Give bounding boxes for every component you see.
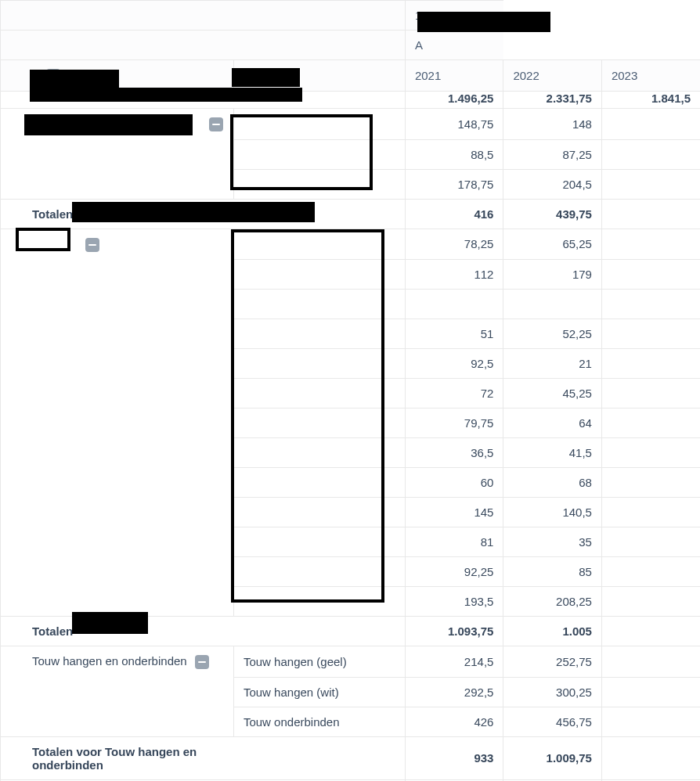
g3-r2-2022: 300,25 (503, 677, 602, 707)
g1-r2-2021: 88,5 (405, 139, 503, 169)
collapse-icon[interactable] (209, 117, 223, 131)
g2-total-label2 (233, 617, 405, 646)
g3-r3-2021: 426 (405, 707, 503, 736)
g3-sp (1, 677, 234, 707)
g2-sp (1, 349, 234, 379)
g2-total-2023 (601, 617, 700, 646)
g1-total-prefix: Totalen (32, 207, 73, 221)
g3-r2-2023 (601, 677, 700, 707)
g2-r11-2021: 81 (405, 527, 503, 557)
header-level2-value: A (415, 38, 423, 52)
g2-total-2022: 1.005 (503, 617, 602, 646)
g3-r1-2021: 214,5 (405, 646, 503, 678)
g2-r3-2021 (405, 290, 503, 319)
g3-sp2 (1, 707, 234, 736)
g1-total-2022: 439,75 (503, 199, 602, 229)
g2-r7-2023 (601, 408, 700, 438)
header-year-2022[interactable]: 2022 (503, 60, 602, 92)
g2-r1-2022: 65,25 (503, 229, 602, 260)
cut-row-2021: 1.496,25 (405, 92, 503, 109)
collapse-icon[interactable] (195, 655, 209, 669)
g2-r9-2022: 68 (503, 468, 602, 498)
g2-r9-2021: 60 (405, 468, 503, 498)
g2-sp (1, 557, 234, 587)
g1-r3-2022: 204,5 (503, 169, 602, 199)
g2-r1-2021: 78,25 (405, 229, 503, 260)
g1-r3-2023 (601, 169, 700, 199)
g2-sp (1, 260, 234, 290)
header-blank-1 (1, 1, 234, 31)
g1-r1-2022: 148 (503, 109, 602, 140)
g1-spacer2 (1, 169, 234, 199)
g3-total-label: Totalen voor Touw hangen en onderbinden (1, 736, 234, 779)
g2-sp (1, 408, 234, 438)
g1-r1-2023 (601, 109, 700, 140)
g3-r1-label: Touw hangen (geel) (233, 646, 405, 678)
cut-row-2023: 1.841,5 (601, 92, 700, 109)
g3-total-label2 (233, 736, 405, 779)
g3-total-2021: 933 (405, 736, 503, 779)
header-blank-3 (1, 31, 234, 60)
g2-r13-2023 (601, 587, 700, 617)
g2-r13-2021: 193,5 (405, 587, 503, 617)
g2-r2-2023 (601, 260, 700, 290)
g2-r2-2022: 179 (503, 260, 602, 290)
g2-total-2021: 1.093,75 (405, 617, 503, 646)
g2-sp (1, 290, 234, 319)
g2-r2-2021: 112 (405, 260, 503, 290)
cut-row-2022: 2.331,75 (503, 92, 602, 109)
g2-r3-2023 (601, 290, 700, 319)
g3-r3-label: Touw onderbinden (233, 707, 405, 736)
g3-r3-2023 (601, 707, 700, 736)
g2-sp (1, 379, 234, 408)
g2-r7-2022: 64 (503, 408, 602, 438)
g1-total-2023 (601, 199, 700, 229)
g3-label-text: Touw hangen en onderbinden (32, 654, 187, 668)
collapse-icon[interactable] (85, 238, 99, 252)
g2-r10-2021: 145 (405, 498, 503, 527)
g2-r6-2021: 72 (405, 379, 503, 408)
g2-r7-2021: 79,75 (405, 408, 503, 438)
g2-r13-2022: 208,25 (503, 587, 602, 617)
g1-r2-2023 (601, 139, 700, 169)
g2-r5-2022: 21 (503, 349, 602, 379)
g1-total-2021: 416 (405, 199, 503, 229)
g2-sp (1, 438, 234, 468)
g3-total-2023 (601, 736, 700, 779)
g2-r12-2021: 92,25 (405, 557, 503, 587)
g2-r8-2023 (601, 438, 700, 468)
g2-sp (1, 498, 234, 527)
g1-r3-2021: 178,75 (405, 169, 503, 199)
g3-r2-label: Touw hangen (wit) (233, 677, 405, 707)
g2-r5-2023 (601, 349, 700, 379)
header-blank-4 (233, 31, 405, 60)
g2-r1-2023 (601, 229, 700, 260)
header-blank-2 (233, 1, 405, 31)
g2-r9-2023 (601, 468, 700, 498)
g2-r4-2021: 51 (405, 319, 503, 349)
g1-r2-2022: 87,25 (503, 139, 602, 169)
g2-r8-2022: 41,5 (503, 438, 602, 468)
g3-r1-2022: 252,75 (503, 646, 602, 678)
g2-r6-2023 (601, 379, 700, 408)
g2-r10-2023 (601, 498, 700, 527)
g2-r12-2022: 85 (503, 557, 602, 587)
g3-total-2022: 1.009,75 (503, 736, 602, 779)
g3-r3-2022: 456,75 (503, 707, 602, 736)
g2-r3-2022 (503, 290, 602, 319)
g2-r11-2022: 35 (503, 527, 602, 557)
g1-r1-2021: 148,75 (405, 109, 503, 140)
g2-sp (1, 468, 234, 498)
g2-total-prefix: Totalen (32, 624, 73, 638)
g2-r8-2021: 36,5 (405, 438, 503, 468)
g3-r1-2023 (601, 646, 700, 678)
header-year-2023[interactable]: 2023 (601, 60, 700, 92)
g1-spacer (1, 139, 234, 169)
g2-r4-2022: 52,25 (503, 319, 602, 349)
g2-r12-2023 (601, 557, 700, 587)
g2-sp (1, 527, 234, 557)
g3-r2-2021: 292,5 (405, 677, 503, 707)
g2-r6-2022: 45,25 (503, 379, 602, 408)
g3-group-label: Touw hangen en onderbinden (1, 646, 234, 678)
header-year-2021[interactable]: 2021 (405, 60, 503, 92)
